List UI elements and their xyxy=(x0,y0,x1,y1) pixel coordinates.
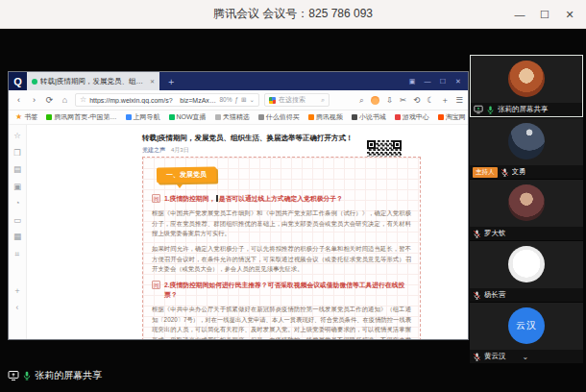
panel-collapse-icon[interactable]: ‹ xyxy=(16,304,19,312)
browser-maximize-button[interactable]: ☐ xyxy=(435,78,451,86)
new-tab-button[interactable]: ＋ xyxy=(166,75,176,88)
bookmark-item[interactable]: NOW直播 xyxy=(169,112,207,122)
browser-minimize-button[interactable]: — xyxy=(420,78,435,86)
avatar xyxy=(508,246,545,282)
app-center-icon[interactable] xyxy=(371,96,379,105)
bookmark-item[interactable]: 腾讯视频 xyxy=(308,112,343,122)
bookmark-item[interactable]: 淘宝网 xyxy=(438,112,466,122)
menu-icon[interactable]: ☰ xyxy=(455,96,463,105)
panel-message-icon[interactable]: ◔ xyxy=(14,199,19,208)
question-1-suffix: 是否可以通过线上方式确定入党积极分子？ xyxy=(219,195,343,202)
participant-tile-host[interactable]: 主持人 文勇 xyxy=(470,118,583,179)
forward-icon[interactable]: › xyxy=(29,95,39,105)
browser-tabbar: Q 转载|疫情期间，发展党员、组织生… ✕ ＋ ▣ — ☐ ✕ xyxy=(9,72,468,90)
bookmark-label: 天猫精选 xyxy=(223,112,250,122)
question-icon: 问 xyxy=(152,194,160,203)
article-page: 转载|疫情期间，发展党员、组织生活、换届选举等正确打开方式！ 党建之声 4月3日… xyxy=(27,125,468,339)
panel-card-icon[interactable]: ▭ xyxy=(13,216,21,225)
bookmark-item[interactable]: 游戏中心 xyxy=(395,112,429,122)
find-icon[interactable]: ⌕ xyxy=(359,96,364,105)
participant-label: 主持人 文勇 xyxy=(470,165,583,179)
bookmark-item[interactable]: 小说书城 xyxy=(352,112,386,122)
mic-muted-icon xyxy=(501,168,509,177)
share-banner-text: 张莉的屏幕共享 xyxy=(35,369,102,382)
download-icon[interactable]: ⇩ xyxy=(386,96,393,105)
url-dropdown-icon[interactable]: ⌄ xyxy=(250,97,255,104)
toolbar-right-icons: ⌕ ⇩ ✂ ⟲ ☾ ＋ ☰ xyxy=(359,96,463,105)
bookmark-item[interactable]: ★ 书签 xyxy=(15,112,37,122)
browser-close-button[interactable]: ✕ xyxy=(451,78,466,86)
bookmark-label: 什么值得买 xyxy=(266,112,300,122)
bookmark-item[interactable]: 天猫精选 xyxy=(215,112,250,122)
bookmark-item[interactable]: 上网导航 xyxy=(126,112,160,122)
question-1-prefix: 1.疫情防控期间， xyxy=(164,195,215,202)
tab-close-icon[interactable]: ✕ xyxy=(150,78,155,85)
avatar xyxy=(508,184,545,221)
participant-tile[interactable]: 杨长营 xyxy=(470,241,583,302)
home-icon[interactable]: ⌂ xyxy=(60,95,70,105)
bookmark-favicon xyxy=(169,114,175,120)
panel-news-icon[interactable]: ▤ xyxy=(13,165,21,174)
browser-skin-icon[interactable]: ▣ xyxy=(404,78,420,86)
answer-paragraph-3: 根据《中共中央办公厅关于抓紧做好在新冠肺炎疫情防控第一线发展党员工作的通知》（组… xyxy=(152,305,411,339)
mic-muted-icon xyxy=(473,291,481,300)
shared-browser-window: Q 转载|疫情期间，发展党员、组织生… ✕ ＋ ▣ — ☐ ✕ ‹ › ⟳ ⌂ … xyxy=(8,71,469,340)
panel-bookmarks-icon[interactable]: ❒ xyxy=(13,149,21,158)
panel-cart-icon[interactable]: ⌗ xyxy=(15,250,20,258)
search-box[interactable]: 在这搜索 ⌕ xyxy=(264,93,330,107)
reader-mode-icon[interactable]: ƒ xyxy=(234,97,238,104)
browser-tab[interactable]: 转载|疫情期间，发展党员、组织生… ✕ xyxy=(27,72,159,90)
panel-video-icon[interactable]: ▣ xyxy=(13,183,21,191)
panel-add-icon[interactable]: ＋ xyxy=(13,286,22,295)
meeting-titlebar: 腾讯会议 会议号：825 786 093 — ☐ ✕ xyxy=(0,0,586,29)
text-cursor xyxy=(216,195,218,202)
article-account[interactable]: 党建之声 xyxy=(142,146,165,155)
page-zoom-level[interactable]: 80% xyxy=(219,97,232,104)
minimize-button[interactable]: — xyxy=(507,0,532,29)
host-badge: 主持人 xyxy=(473,167,498,178)
add-icon[interactable]: ＋ xyxy=(441,96,450,105)
night-mode-icon[interactable]: ☾ xyxy=(427,96,434,105)
address-bar[interactable]: ☆ https://mp.weixin.qq.com/s?__biz=MzAxN… xyxy=(75,93,259,107)
bookmark-favicon xyxy=(126,114,132,120)
bookmark-label: 腾讯网首页-中国第… xyxy=(54,112,116,122)
participant-sidebar: 张莉的屏幕共享 主持人 文勇 罗大钦 xyxy=(470,55,583,363)
search-engine-icon[interactable] xyxy=(269,97,276,104)
shared-screen-stage: Q 转载|疫情期间，发展党员、组织生… ✕ ＋ ▣ — ☐ ✕ ‹ › ⟳ ⌂ … xyxy=(0,29,586,392)
bookmark-item[interactable]: 腾讯网首页-中国第… xyxy=(46,112,116,122)
panel-wallet-icon[interactable]: ▦ xyxy=(13,233,21,241)
participant-name: 黄云汉 xyxy=(484,352,506,361)
mic-on-icon xyxy=(486,106,495,114)
tab-title: 转载|疫情期间，发展党员、组织生… xyxy=(40,77,147,86)
article-date: 4月3日 xyxy=(171,146,189,155)
bookmark-label: 小说书城 xyxy=(359,112,386,122)
screenshot-icon[interactable]: ✂ xyxy=(400,96,406,105)
favorite-star-icon[interactable]: ☆ xyxy=(80,96,86,104)
panel-favorites-icon[interactable]: ☆ xyxy=(13,132,21,140)
bookmark-star-icon: ★ xyxy=(15,113,22,121)
screen-share-icon xyxy=(8,370,19,381)
qq-browser-logo-icon: Q xyxy=(9,72,27,90)
participant-tile[interactable]: 罗大钦 xyxy=(470,180,583,240)
participant-tile-sharing[interactable]: 张莉的屏幕共享 xyxy=(470,55,583,117)
bookmark-item[interactable]: 什么值得买 xyxy=(258,112,300,122)
participant-label: 黄云汉 ⌄ xyxy=(470,350,583,363)
qrcode-icon[interactable]: ⊞ xyxy=(241,97,246,104)
close-button[interactable]: ✕ xyxy=(557,0,582,29)
bookmark-favicon xyxy=(258,114,264,120)
tencent-meeting-window: { "meeting": { "title": "腾讯会议 会议号：825 78… xyxy=(0,0,586,392)
refresh-icon[interactable]: ⟳ xyxy=(44,95,55,105)
history-icon[interactable]: ⟲ xyxy=(413,96,420,105)
expand-chevron-icon[interactable]: ⌄ xyxy=(523,353,529,361)
browser-window-controls: ▣ — ☐ ✕ xyxy=(404,78,466,86)
mic-muted-icon xyxy=(473,353,481,361)
participant-label: 张莉的屏幕共享 xyxy=(471,103,582,116)
section-pointer-icon xyxy=(177,184,183,188)
participant-tile[interactable]: 云汉 黄云汉 ⌄ xyxy=(470,303,583,363)
bookmark-label: 上网导航 xyxy=(134,112,160,122)
participant-name: 罗大钦 xyxy=(484,229,506,238)
bookmark-favicon xyxy=(215,114,221,120)
search-icon[interactable]: ⌕ xyxy=(321,97,325,104)
back-icon[interactable]: ‹ xyxy=(13,95,24,105)
maximize-button[interactable]: ☐ xyxy=(532,0,557,29)
